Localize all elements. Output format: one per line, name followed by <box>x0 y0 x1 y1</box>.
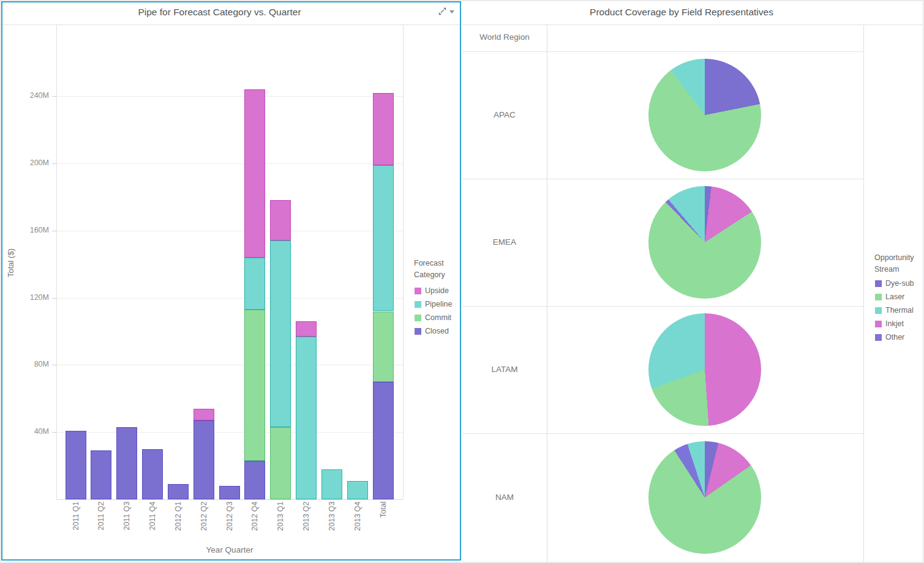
y-tick-mark <box>52 96 56 97</box>
bar-segment-upside-Total[interactable] <box>373 93 394 165</box>
y-tick-label: 160M <box>13 226 49 234</box>
bar-segment-closed-2011-Q2[interactable] <box>91 450 111 499</box>
bar-segment-upside-2012-Q4[interactable] <box>244 89 265 258</box>
pie-table-title: Product Coverage by Field Representative… <box>462 7 901 18</box>
bar-segment-closed-2011-Q1[interactable] <box>66 431 86 500</box>
y-tick-label: 200M <box>13 158 49 167</box>
legend-item-upside[interactable]: Upside <box>415 284 449 297</box>
gridline-120M <box>57 298 403 299</box>
pie-chart-nam[interactable] <box>648 441 761 554</box>
bar-segment-closed-2012-Q1[interactable] <box>168 484 189 499</box>
right-title-separator <box>462 24 923 25</box>
y-tick-label: 80M <box>13 360 49 368</box>
dashboard: Pipe for Forecast Category vs. Quarter 4… <box>0 0 924 563</box>
x-tick-label: 2013 Q4 <box>353 502 362 546</box>
y-tick-mark <box>52 365 56 365</box>
bar-segment-pipeline-2013-Q4[interactable] <box>347 481 368 499</box>
legend-swatch-commit <box>415 315 421 321</box>
x-tick-label: 2013 Q3 <box>328 502 337 546</box>
bar-segment-closed-2011-Q4[interactable] <box>142 449 163 499</box>
row-separator <box>462 306 863 307</box>
legend-swatch-pipeline <box>415 301 421 308</box>
bar-segment-upside-2013-Q1[interactable] <box>270 200 291 240</box>
bar-segment-closed-Total[interactable] <box>373 382 394 499</box>
bar-segment-pipeline-2013-Q3[interactable] <box>321 469 342 499</box>
region-column-separator <box>547 25 547 562</box>
legend-swatch-upside <box>415 288 421 294</box>
bar-segment-closed-2011-Q3[interactable] <box>116 427 137 499</box>
y-tick-mark <box>52 432 56 433</box>
bar-chart-title: Pipe for Forecast Category vs. Quarter <box>1 7 438 18</box>
y-tick-label: 40M <box>13 427 49 436</box>
expand-arrows-icon[interactable] <box>438 7 446 15</box>
bar-segment-closed-2012-Q4[interactable] <box>244 461 265 499</box>
bar-segment-upside-2012-Q2[interactable] <box>193 409 214 420</box>
bar-segment-commit-2012-Q4[interactable] <box>244 310 265 461</box>
bar-segment-pipeline-Total[interactable] <box>373 165 394 311</box>
bar-segment-commit-Total[interactable] <box>373 311 394 382</box>
pie-legend-separator <box>863 25 864 562</box>
gridline-200M <box>57 163 403 164</box>
y-tick-mark <box>52 163 56 164</box>
legend-item-label: Laser <box>885 293 904 301</box>
x-tick-label: 2013 Q2 <box>302 502 311 546</box>
caret-down-icon[interactable] <box>449 10 454 13</box>
pie-chart-apac[interactable] <box>648 59 761 171</box>
legend-item-label: Upside <box>425 286 449 295</box>
row-separator <box>462 433 863 434</box>
x-tick-label: 2012 Q3 <box>225 502 234 546</box>
x-tick-label: 2011 Q1 <box>71 502 80 546</box>
world-region-header: World Region <box>462 32 547 42</box>
region-label-latam: LATAM <box>462 365 547 374</box>
y-tick-label: 240M <box>13 91 49 100</box>
legend-swatch-inkjet <box>875 321 882 327</box>
x-tick-label: 2011 Q4 <box>148 502 157 546</box>
bar-segment-closed-2012-Q2[interactable] <box>193 420 214 499</box>
left-title-separator <box>2 24 461 25</box>
x-tick-label: 2011 Q2 <box>97 502 106 546</box>
y-axis-title: Total ($) <box>6 226 15 300</box>
x-tick-label: 2012 Q4 <box>250 502 260 546</box>
region-label-apac: APAC <box>462 110 547 119</box>
legend-item-laser[interactable]: Laser <box>875 290 904 304</box>
legend-item-thermal[interactable]: Thermal <box>875 304 914 317</box>
bar-segment-pipeline-2013-Q1[interactable] <box>270 240 291 427</box>
legend-item-closed[interactable]: Closed <box>415 324 449 338</box>
header-row-separator <box>462 51 863 52</box>
legend-item-commit[interactable]: Commit <box>415 311 451 324</box>
legend-item-label: Closed <box>425 327 449 335</box>
legend-item-pipeline[interactable]: Pipeline <box>415 297 452 311</box>
bar-segment-closed-2012-Q3[interactable] <box>219 486 240 499</box>
y-tick-label: 120M <box>13 293 49 302</box>
gridline-240M <box>57 96 403 97</box>
x-tick-label: 2013 Q1 <box>276 502 285 546</box>
legend-swatch-thermal <box>875 307 882 314</box>
pie-chart-latam[interactable] <box>648 313 761 426</box>
x-tick-label: Total <box>378 502 388 546</box>
x-tick-label: 2011 Q3 <box>122 502 132 546</box>
bar-segment-commit-2013-Q1[interactable] <box>270 427 291 499</box>
legend-item-label: Thermal <box>885 306 914 315</box>
row-separator <box>462 179 863 179</box>
gridline-80M <box>57 365 403 365</box>
legend-item-dye-sub[interactable]: Dye-sub <box>875 277 914 290</box>
legend-swatch-laser <box>875 294 882 300</box>
bar-segment-pipeline-2013-Q2[interactable] <box>296 337 317 499</box>
x-tick-label: 2012 Q2 <box>199 502 208 546</box>
legend-item-other[interactable]: Other <box>875 330 904 344</box>
pie-chart-emea[interactable] <box>648 186 761 299</box>
gridline-160M <box>57 231 403 231</box>
region-label-emea: EMEA <box>462 237 547 247</box>
plot-legend-separator <box>403 25 404 499</box>
legend-item-label: Commit <box>425 313 451 322</box>
legend-item-label: Other <box>885 333 904 341</box>
gridline-40M <box>57 432 403 433</box>
bar-segment-upside-2013-Q2[interactable] <box>296 321 317 337</box>
legend-swatch-other <box>875 334 882 341</box>
x-axis-line <box>56 499 403 500</box>
legend-swatch-dye-sub <box>875 280 882 287</box>
legend-item-label: Dye-sub <box>885 279 914 288</box>
bar-segment-pipeline-2012-Q4[interactable] <box>244 258 265 310</box>
region-label-nam: NAM <box>462 493 547 502</box>
legend-item-inkjet[interactable]: Inkjet <box>875 317 904 330</box>
